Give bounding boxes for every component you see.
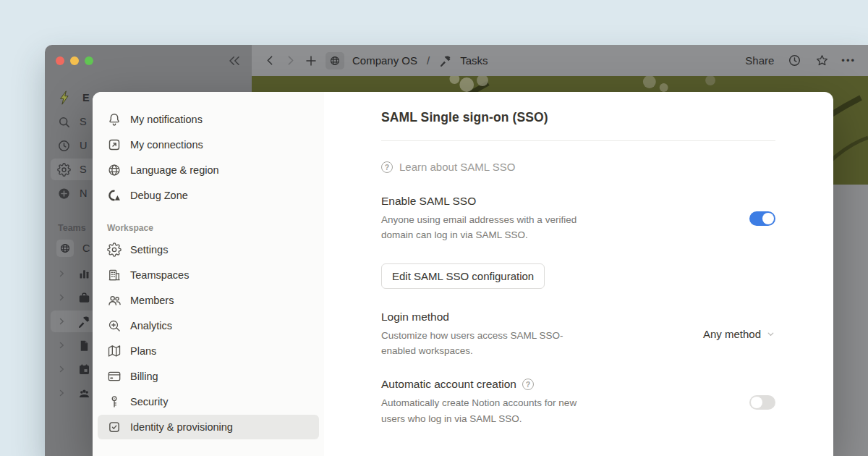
enable-saml-description: Anyone using email addresses with a veri…: [381, 212, 592, 243]
sidebar-item-label: N: [80, 187, 87, 199]
gear-icon: [107, 242, 122, 257]
learn-about-saml-link[interactable]: ? Learn about SAML SSO: [381, 161, 775, 173]
plus-circle-icon: [56, 187, 71, 200]
id-check-icon: [107, 420, 122, 434]
settings-nav-teamspaces[interactable]: Teamspaces: [98, 263, 319, 287]
calendar-icon: [77, 363, 91, 376]
toggle-knob: [751, 397, 762, 408]
chevron-right-icon[interactable]: [56, 293, 67, 302]
favorite-star-icon[interactable]: [815, 54, 829, 67]
bell-icon: [107, 112, 122, 127]
globe-icon: [56, 240, 74, 257]
breadcrumb-workspace-icon[interactable]: [326, 52, 344, 69]
settings-nav: My notifications My connections Language…: [93, 92, 324, 456]
sidebar-item-label: S: [80, 116, 87, 127]
question-circle-icon: ?: [381, 161, 393, 173]
chevron-right-icon[interactable]: [56, 269, 67, 278]
key-icon: [107, 394, 122, 409]
magnifier-plus-icon: [107, 318, 122, 333]
auto-account-creation-description: Automatically create Notion accounts for…: [381, 395, 592, 426]
sidebar-item-label: U: [80, 140, 87, 151]
settings-nav-label: Language & region: [130, 164, 219, 176]
settings-nav-plans[interactable]: Plans: [98, 339, 319, 363]
settings-nav-label: My connections: [130, 139, 203, 151]
settings-nav-label: Members: [130, 295, 174, 306]
workspace-logo-icon: [56, 89, 74, 106]
auto-account-creation-toggle[interactable]: [749, 395, 775, 410]
question-circle-icon[interactable]: ?: [522, 379, 534, 390]
chevron-right-icon[interactable]: [56, 365, 67, 373]
settings-nav-label: Plans: [130, 345, 156, 357]
settings-nav-label: Settings: [130, 244, 168, 256]
nav-forward-icon[interactable]: [284, 54, 297, 67]
breadcrumb-separator: /: [427, 54, 430, 67]
settings-nav-members[interactable]: Members: [98, 288, 319, 313]
window-titlebar: Company OS / Tasks Share •••: [45, 45, 868, 76]
briefcase-icon: [77, 291, 91, 305]
settings-nav-label: Analytics: [130, 320, 172, 332]
chevron-right-icon[interactable]: [56, 341, 67, 350]
building-icon: [107, 268, 122, 282]
zoom-window-button[interactable]: [85, 56, 93, 65]
settings-nav-label: Debug Zone: [130, 190, 188, 201]
workspace-name: E: [82, 92, 90, 104]
nav-back-icon[interactable]: [264, 54, 276, 67]
hammer-icon: [439, 54, 452, 67]
gear-icon: [56, 163, 71, 177]
enable-saml-toggle[interactable]: [749, 211, 775, 226]
share-button[interactable]: Share: [745, 54, 774, 67]
divider: [381, 140, 775, 141]
settings-nav-label: My notifications: [130, 114, 203, 125]
breadcrumb-page[interactable]: Tasks: [460, 54, 488, 67]
login-method-title: Login method: [381, 311, 592, 324]
settings-nav-my-connections[interactable]: My connections: [98, 132, 319, 157]
sidebar-item-label: C: [82, 242, 90, 254]
more-options-icon[interactable]: •••: [841, 55, 856, 66]
page-title: SAML Single sign-on (SSO): [381, 110, 775, 125]
settings-nav-my-notifications[interactable]: My notifications: [98, 107, 319, 132]
enable-saml-row: Enable SAML SSO Anyone using email addre…: [381, 195, 775, 243]
history-clock-icon[interactable]: [788, 54, 801, 67]
sidebar-item-label: S: [80, 164, 87, 175]
globe-icon: [107, 163, 122, 177]
settings-nav-settings[interactable]: Settings: [98, 237, 319, 262]
bar-chart-icon: [77, 267, 91, 281]
login-method-description: Customize how users access SAML SSO-enab…: [381, 328, 592, 359]
hammer-icon: [77, 315, 91, 329]
breadcrumb-workspace[interactable]: Company OS: [352, 54, 417, 67]
settings-nav-section-header: Workspace: [107, 223, 324, 233]
settings-nav-identity-provisioning[interactable]: Identity & provisioning: [98, 415, 319, 439]
chevron-down-icon: [766, 329, 775, 339]
screenshot-root: Company OS / Tasks Share •••: [0, 0, 868, 456]
people-icon: [77, 387, 91, 400]
credit-card-icon: [107, 369, 122, 384]
settings-modal: My notifications My connections Language…: [93, 92, 833, 456]
settings-content: SAML Single sign-on (SSO) ? Learn about …: [324, 92, 833, 456]
login-method-dropdown[interactable]: Any method: [703, 328, 775, 340]
toggle-knob: [762, 213, 774, 224]
edit-saml-config-button[interactable]: Edit SAML SSO configuration: [381, 263, 545, 289]
settings-nav-label: Billing: [130, 371, 158, 382]
arrow-out-box-icon: [107, 138, 122, 152]
settings-nav-analytics[interactable]: Analytics: [98, 313, 319, 338]
chevron-right-icon[interactable]: [56, 389, 67, 397]
chevron-right-icon[interactable]: [56, 317, 67, 326]
login-method-row: Login method Customize how users access …: [381, 311, 775, 359]
map-icon: [107, 344, 122, 358]
traffic-lights: [56, 56, 93, 65]
close-window-button[interactable]: [56, 56, 64, 65]
settings-nav-language-region[interactable]: Language & region: [98, 158, 319, 182]
clock-icon: [56, 139, 71, 153]
titlebar-main-section: Company OS / Tasks Share •••: [252, 45, 868, 76]
minimize-window-button[interactable]: [70, 56, 79, 65]
auto-account-creation-title: Automatic account creation ?: [381, 378, 592, 391]
settings-nav-security[interactable]: Security: [98, 389, 319, 414]
new-tab-icon[interactable]: [305, 54, 318, 67]
collapse-sidebar-icon[interactable]: [228, 54, 241, 67]
people-icon: [107, 293, 122, 308]
settings-nav-debug-zone[interactable]: Debug Zone: [98, 183, 319, 208]
document-icon: [77, 339, 91, 352]
auto-account-creation-row: Automatic account creation ? Automatical…: [381, 378, 775, 426]
settings-nav-billing[interactable]: Billing: [98, 364, 319, 389]
enable-saml-title: Enable SAML SSO: [381, 195, 592, 208]
